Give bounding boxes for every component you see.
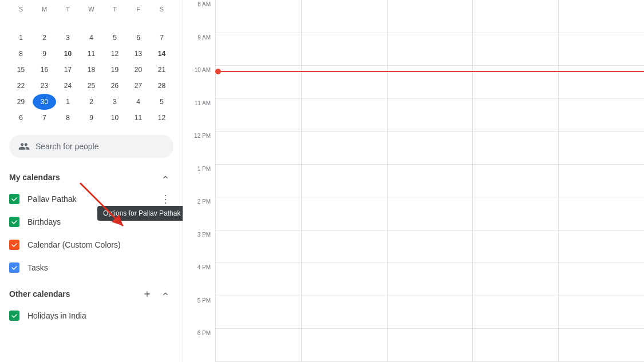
grid-cell[interactable]	[473, 132, 558, 165]
grid-cell[interactable]	[302, 197, 387, 230]
grid-col-2[interactable]	[301, 0, 387, 362]
grid-cell[interactable]	[216, 33, 301, 66]
cal-day[interactable]: 12	[103, 46, 127, 62]
cal-day[interactable]: 1	[56, 94, 80, 110]
grid-cell[interactable]	[388, 329, 473, 362]
grid-cell[interactable]	[388, 99, 473, 132]
cal-day[interactable]	[127, 14, 150, 30]
cal-day[interactable]: 7	[150, 30, 173, 46]
cal-day[interactable]	[150, 14, 173, 30]
grid-cell[interactable]	[302, 66, 387, 99]
cal-day[interactable]: 8	[9, 46, 33, 62]
grid-cell[interactable]	[302, 165, 387, 198]
grid-cell[interactable]	[473, 99, 558, 132]
cal-day[interactable]: 27	[127, 78, 150, 94]
pallav-pathak-more-btn[interactable]: ⋮	[157, 191, 173, 207]
cal-day[interactable]: 4	[80, 30, 103, 46]
grid-cell[interactable]	[473, 263, 558, 296]
grid-cell[interactable]	[216, 230, 301, 264]
cal-day[interactable]	[33, 14, 56, 30]
grid-cell[interactable]	[216, 329, 301, 362]
cal-day[interactable]: 19	[103, 62, 127, 78]
calendar-item-custom-colors[interactable]: Calendar (Custom Colors) ⋮	[0, 233, 183, 256]
grid-cell[interactable]	[559, 0, 644, 33]
cal-day[interactable]	[103, 14, 127, 30]
cal-day[interactable]: 20	[127, 62, 150, 78]
grid-cell[interactable]	[559, 99, 644, 132]
calendar-item-tasks[interactable]: Tasks ⋮	[0, 256, 183, 279]
grid-cell[interactable]	[302, 33, 387, 66]
grid-cell[interactable]	[559, 263, 644, 296]
cal-day[interactable]: 6	[127, 30, 150, 46]
grid-cell[interactable]	[388, 165, 473, 198]
grid-col-5[interactable]	[558, 0, 644, 362]
cal-day[interactable]: 2	[33, 30, 56, 46]
grid-cell[interactable]	[559, 66, 644, 99]
cal-day-today[interactable]: 30	[33, 94, 56, 110]
cal-day bold[interactable]: 14	[150, 46, 173, 62]
other-calendars-add-btn[interactable]	[139, 286, 155, 302]
grid-cell[interactable]	[388, 66, 473, 99]
cal-day[interactable]: 18	[80, 62, 103, 78]
grid-cell[interactable]	[388, 197, 473, 230]
cal-day[interactable]: 4	[127, 94, 150, 110]
cal-day[interactable]: 12	[150, 110, 173, 126]
cal-day[interactable]: 9	[33, 46, 56, 62]
cal-day[interactable]: 24	[56, 78, 80, 94]
grid-cell[interactable]	[559, 296, 644, 329]
cal-day[interactable]: 26	[103, 78, 127, 94]
cal-day[interactable]: 29	[9, 94, 33, 110]
grid-cell[interactable]	[216, 197, 301, 230]
calendar-item-holidays-india[interactable]: Holidays in India ⋮	[0, 304, 183, 327]
grid-cell[interactable]	[302, 230, 387, 264]
grid-col-4[interactable]	[472, 0, 558, 362]
cal-day[interactable]	[9, 14, 33, 30]
grid-cell[interactable]	[473, 197, 558, 230]
grid-cell[interactable]	[302, 329, 387, 362]
cal-day[interactable]: 3	[56, 30, 80, 46]
cal-day[interactable]: 6	[9, 110, 33, 126]
grid-cell[interactable]	[388, 263, 473, 296]
cal-day[interactable]: 15	[9, 62, 33, 78]
cal-day[interactable]: 8	[56, 110, 80, 126]
cal-day[interactable]: 7	[33, 110, 56, 126]
grid-cell[interactable]	[559, 33, 644, 66]
grid-col-1[interactable]	[215, 0, 301, 362]
grid-cell[interactable]	[559, 165, 644, 198]
calendar-item-pallav-pathak[interactable]: Pallav Pathak ⋮ Options for Pallav Patha…	[0, 188, 183, 210]
grid-cell[interactable]	[302, 99, 387, 132]
cal-day[interactable]: 2	[80, 94, 103, 110]
grid-cell[interactable]	[473, 0, 558, 33]
cal-day[interactable]: 5	[150, 94, 173, 110]
cal-day[interactable]: 10	[103, 110, 127, 126]
grid-cell[interactable]	[302, 132, 387, 165]
cal-day[interactable]: 13	[127, 46, 150, 62]
grid-cell[interactable]	[388, 0, 473, 33]
grid-cell[interactable]	[388, 230, 473, 264]
cal-day bold[interactable]: 10	[56, 46, 80, 62]
grid-cell[interactable]	[473, 230, 558, 264]
cal-day[interactable]: 9	[80, 110, 103, 126]
cal-day[interactable]: 21	[150, 62, 173, 78]
cal-day[interactable]: 11	[80, 46, 103, 62]
grid-col-3[interactable]	[387, 0, 473, 362]
grid-cell[interactable]	[559, 197, 644, 230]
grid-cell[interactable]	[216, 0, 301, 33]
cal-day[interactable]: 23	[33, 78, 56, 94]
grid-cell[interactable]	[302, 296, 387, 329]
cal-day[interactable]: 16	[33, 62, 56, 78]
cal-day[interactable]	[56, 14, 80, 30]
cal-day[interactable]: 17	[56, 62, 80, 78]
grid-cell[interactable]	[388, 33, 473, 66]
grid-cell[interactable]	[473, 165, 558, 198]
grid-cell[interactable]	[216, 296, 301, 329]
grid-cell[interactable]	[559, 132, 644, 165]
calendar-item-birthdays[interactable]: Birthdays ⋮	[0, 210, 183, 233]
grid-cell[interactable]	[388, 132, 473, 165]
cal-day[interactable]: 22	[9, 78, 33, 94]
cal-day[interactable]: 1	[9, 30, 33, 46]
grid-cell[interactable]	[216, 132, 301, 165]
cal-day[interactable]: 5	[103, 30, 127, 46]
search-people-button[interactable]: Search for people	[9, 135, 173, 158]
other-calendars-collapse-btn[interactable]	[157, 286, 173, 302]
